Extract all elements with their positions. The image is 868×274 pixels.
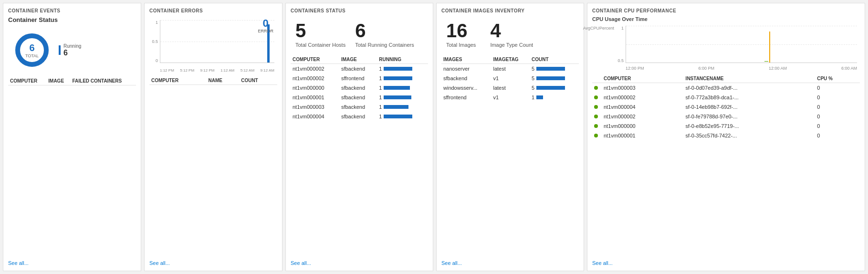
donut-total-label: TOTAL [25, 53, 39, 59]
stat-image-types-label: Image Type Count [490, 42, 533, 48]
cpu-dot-cell [592, 131, 602, 140]
events-table: COMPUTER IMAGE FAILED CONTAINERS [8, 76, 136, 85]
image-count: 5 [530, 74, 579, 83]
stat-total-images-num: 16 [446, 21, 476, 40]
errors-x-axis: 1:12 PM 5:12 PM 9:12 PM 1:12 AM 5:12 AM … [160, 68, 274, 73]
cpu-x-1: 6:00 PM [698, 66, 714, 71]
cpu-chart-container: AvgCPUPercent 1 0.5 12:00 PM 6:00 PM [592, 24, 860, 72]
cpu-table: COMPUTER INSTANCENAME CPU % nt1vm000003 … [592, 74, 860, 140]
count-val: 5 [532, 75, 534, 81]
errors-col-computer: COMPUTER [149, 75, 207, 85]
status-computer: nt1vm000001 [291, 93, 339, 102]
status-computer: nt1vm000002 [291, 74, 339, 83]
cpu-instance: sf-0-772a3b89-dca1-... [684, 93, 816, 102]
status-running: 1 [377, 64, 428, 74]
cpu-percent: 0 [815, 102, 860, 112]
status-image: sfbackend [339, 112, 377, 121]
events-subtitle: Container Status [8, 16, 136, 23]
panel-container-errors: CONTAINER ERRORS 1 0.5 0 0 ERROR [144, 3, 282, 271]
cpu-percent: 0 [815, 83, 860, 93]
status-big-numbers: 5 Total Container Hosts 6 Total Running … [291, 16, 428, 54]
cpu-instance: sf-0-35cc57fd-7422-... [684, 131, 816, 140]
status-image: sfbackend [339, 102, 377, 112]
cpu-computer: nt1vm000001 [602, 131, 684, 140]
cpu-instance: sf-0-14eb98b7-692f-... [684, 102, 816, 112]
cpu-percent: 0 [815, 93, 860, 102]
count-bar [536, 76, 565, 80]
x-label-5: 9:12 AM [261, 68, 274, 73]
count-bar [536, 86, 565, 90]
cpu-grid-top [626, 26, 857, 26]
cpu-x-2: 12:00 AM [769, 66, 787, 71]
dashboard: CONTAINER EVENTS Container Status 6 TOTA… [0, 0, 868, 274]
image-count: 1 [530, 93, 579, 102]
green-dot [594, 124, 598, 128]
image-name: nanoserver [441, 64, 492, 74]
stat-hosts-label: Total Container Hosts [295, 42, 345, 48]
panel-events-title: CONTAINER EVENTS [8, 8, 136, 13]
cpu-plot-area [626, 26, 857, 63]
running-count: 1 [379, 114, 382, 119]
running-count: 1 [379, 85, 382, 91]
cpu-dot-cell [592, 83, 602, 93]
running-count: 1 [379, 66, 382, 72]
cpu-table-row: nt1vm000002 sf-0-772a3b89-dca1-... 0 [592, 93, 860, 102]
x-label-3: 1:12 AM [220, 68, 234, 73]
legend-name: Running [63, 43, 81, 49]
green-dot [594, 115, 598, 118]
cpu-dot-cell [592, 93, 602, 102]
x-label-1: 5:12 PM [180, 68, 194, 73]
cpu-x-axis: 12:00 PM 6:00 PM 12:00 AM 6:00 AM [626, 66, 857, 71]
panel-cpu-performance: CONTAINER CPU PERFORMANCE CPU Usage Over… [587, 3, 865, 271]
running-count: 1 [379, 75, 382, 81]
cpu-y-num-1: 1 [621, 26, 624, 31]
error-badge: 0 ERROR [258, 18, 273, 33]
running-bar [384, 95, 411, 99]
images-col-count: COUNT [530, 54, 579, 64]
errors-plot-area [160, 20, 274, 63]
errors-table: COMPUTER NAME COUNT [149, 75, 277, 85]
status-image: sffrontend [339, 74, 377, 83]
count-val: 1 [532, 95, 534, 100]
cpu-computer: nt1vm000004 [602, 102, 684, 112]
images-see-all[interactable]: See all... [441, 256, 579, 266]
cpu-instance: sf-0-e8b52e95-7719-... [684, 121, 816, 131]
cpu-y-nums: 1 0.5 [616, 26, 625, 63]
green-dot [594, 134, 598, 137]
panel-cpu-title: CONTAINER CPU PERFORMANCE [592, 8, 860, 13]
cpu-table-row: nt1vm000001 sf-0-35cc57fd-7422-... 0 [592, 131, 860, 140]
stat-running-num: 6 [355, 21, 414, 40]
image-tag: latest [492, 83, 530, 93]
errors-see-all[interactable]: See all... [149, 256, 277, 266]
status-table-row: nt1vm000001 sfbackend 1 [291, 93, 428, 102]
status-see-all[interactable]: See all... [291, 256, 428, 266]
panel-container-events: CONTAINER EVENTS Container Status 6 TOTA… [3, 3, 141, 271]
legend-item-running: Running 6 [59, 43, 81, 57]
stat-running-label: Total Running Containers [355, 42, 414, 48]
cpu-see-all[interactable]: See all... [592, 256, 860, 266]
y-label-0: 0 [156, 58, 158, 63]
cpu-y-axis: AvgCPUPercent [592, 26, 616, 63]
cpu-grid-mid [626, 44, 857, 45]
error-count: 0 [258, 18, 273, 29]
image-count: 5 [530, 64, 579, 74]
green-dot [594, 95, 598, 99]
donut-section: 6 TOTAL Running 6 [8, 26, 136, 76]
legend-text: Running 6 [63, 43, 81, 57]
cpu-table-row: nt1vm000002 sf-0-fe79788d-97e0-... 0 [592, 112, 860, 121]
image-tag: v1 [492, 74, 530, 83]
status-table: COMPUTER IMAGE RUNNING nt1vm000002 sfbac… [291, 54, 428, 121]
donut-total: 6 [25, 42, 39, 53]
x-label-0: 1:12 PM [160, 68, 174, 73]
events-see-all[interactable]: See all... [8, 256, 136, 266]
cpu-computer: nt1vm000002 [602, 93, 684, 102]
events-col-image: IMAGE [46, 76, 70, 85]
panel-containers-status: CONTAINERS STATUS 5 Total Container Host… [285, 3, 433, 271]
errors-col-count: COUNT [239, 75, 277, 85]
status-image: sfbackend [339, 64, 377, 74]
cpu-y-num-05: 0.5 [617, 58, 624, 63]
running-count: 1 [379, 95, 382, 100]
images-big-numbers: 16 Total Images 4 Image Type Count [441, 16, 579, 54]
status-computer: nt1vm000002 [291, 64, 339, 74]
status-image: sfbackend [339, 83, 377, 93]
